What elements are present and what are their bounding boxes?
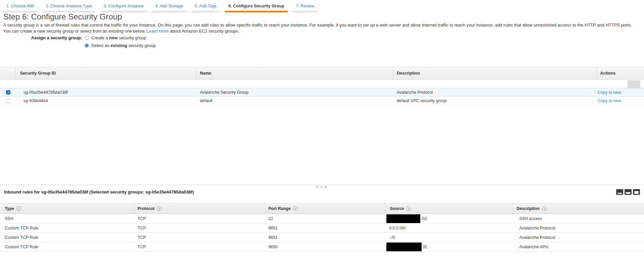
page-description: A security group is a set of firewall ru… — [3, 22, 639, 34]
info-icon[interactable] — [16, 206, 21, 211]
rule-port-range: 9650 — [268, 242, 278, 251]
security-group-name: default — [200, 97, 213, 105]
security-group-row-selected[interactable]: sg-05e35e44785da038f Avalanche Security … — [0, 88, 644, 96]
tab-add-storage[interactable]: 4. Add Storage — [152, 2, 187, 12]
column-separator — [596, 67, 597, 79]
column-header-description: Description — [517, 204, 547, 214]
rule-source: 32 — [386, 242, 427, 251]
inbound-rule-row: SSH TCP 22 /32 SSH access — [0, 214, 644, 223]
page-title: Step 6: Configure Security Group — [3, 12, 122, 22]
security-group-row[interactable]: sg-92bb44e4 default default VPC security… — [0, 97, 644, 105]
rule-source: /32 — [386, 214, 427, 223]
security-group-id: sg-92bb44e4 — [23, 97, 48, 105]
column-separator — [513, 204, 513, 214]
tab-configure-security-group[interactable]: 6. Configure Security Group — [225, 2, 288, 12]
rule-port-range: 22 — [268, 214, 273, 223]
source-suffix: 32 — [423, 245, 427, 249]
redacted-source — [386, 243, 422, 251]
radio-option-create-new-group[interactable]: Create a new security group — [85, 35, 146, 40]
rule-port-range: 9651 — [268, 223, 278, 232]
column-separator — [385, 204, 385, 214]
tab-configure-instance[interactable]: 3. Configure Instance — [100, 2, 147, 12]
tab-review[interactable]: 7. Review — [292, 2, 318, 12]
label-part-bold: existing — [111, 43, 127, 48]
source-suffix: /32 — [421, 216, 427, 221]
rule-source: 0.0.0.0/0 — [389, 223, 406, 232]
inbound-rule-row: Custom TCP Rule TCP 9650 32 Avalanche AP… — [0, 242, 644, 252]
pane-layout-medium-icon[interactable] — [625, 189, 632, 195]
radio-option-select-existing-group[interactable]: Select an existing security group — [85, 43, 156, 48]
redacted-source — [386, 214, 420, 223]
inbound-rule-row: Custom TCP Rule TCP 9651 0.0.0.0/0 Avala… — [0, 223, 644, 233]
radio-unselected-icon[interactable] — [85, 36, 89, 40]
drag-dot-icon — [321, 186, 322, 188]
column-separator — [265, 204, 265, 214]
rule-type: Custom TCP Rule — [5, 242, 38, 251]
radio-selected-icon[interactable] — [85, 43, 89, 48]
rule-description: Avalanche Protocol — [519, 233, 555, 242]
label-part-bold: new — [109, 35, 117, 40]
radio-option-label: Create a new security group — [91, 35, 146, 40]
info-icon[interactable] — [406, 206, 411, 211]
copy-to-new-link[interactable]: Copy to new — [598, 90, 621, 95]
copy-to-new-link[interactable]: Copy to new — [598, 98, 621, 103]
inbound-rule-row: Custom TCP Rule TCP 9651 ::/0 Avalanche … — [0, 233, 644, 242]
rule-protocol: TCP — [138, 233, 146, 242]
rule-protocol: TCP — [138, 242, 146, 251]
learn-more-link[interactable]: Learn more — [147, 29, 169, 34]
security-groups-table-header: Security Group ID Name Description Actio… — [0, 67, 644, 80]
rule-description: SSH access — [519, 214, 542, 223]
tab-choose-ami[interactable]: 1. Choose AMI — [3, 2, 38, 12]
label-part: security group — [118, 35, 146, 40]
column-header-actions: Actions — [600, 67, 615, 79]
ec2-launch-wizard-step6: 1. Choose AMI 2. Choose Instance Type 3.… — [0, 0, 644, 258]
wizard-steps-tabbar: 1. Choose AMI 2. Choose Instance Type 3.… — [3, 2, 322, 12]
column-header-source: Source — [390, 204, 411, 214]
security-group-id: sg-05e35e44785da038f — [23, 88, 68, 96]
row-checkbox-checked-icon[interactable] — [6, 90, 10, 94]
info-icon[interactable] — [542, 206, 547, 211]
column-separator — [15, 67, 15, 79]
rule-protocol: TCP — [138, 223, 146, 232]
rule-description: Avalanche Protocol — [519, 223, 555, 232]
info-icon[interactable] — [157, 206, 162, 211]
column-separator — [393, 67, 393, 79]
column-header-type: Type — [5, 204, 21, 214]
column-separator — [196, 67, 197, 79]
drag-dot-icon — [317, 186, 318, 188]
column-header-security-group-id: Security Group ID — [20, 67, 56, 79]
column-header-label: Port Range — [268, 206, 291, 211]
description-tail: about Amazon EC2 security groups. — [170, 29, 239, 34]
pane-layout-controls — [616, 189, 640, 195]
inbound-rules-table-header: Type Protocol Port Range Source Descript… — [0, 203, 644, 214]
drag-dot-icon — [325, 186, 326, 188]
rule-description: Avalanche APIs — [519, 242, 548, 251]
pane-divider — [0, 185, 644, 185]
pane-layout-large-icon[interactable] — [633, 189, 640, 195]
info-icon[interactable] — [293, 206, 298, 211]
column-header-description: Description — [397, 67, 420, 79]
rule-port-range: 9651 — [268, 233, 278, 242]
security-group-name: Avalanche Security Group — [200, 88, 249, 96]
radio-option-label: Select an existing security group — [91, 43, 156, 48]
rule-type: Custom TCP Rule — [5, 223, 38, 232]
column-header-label: Source — [390, 206, 404, 211]
pane-resize-handle[interactable] — [317, 186, 326, 188]
column-header-label: Type — [5, 206, 14, 211]
column-separator — [134, 204, 135, 214]
tab-choose-instance-type[interactable]: 2. Choose Instance Type — [42, 2, 96, 12]
rule-source: ::/0 — [389, 233, 395, 242]
pane-layout-small-icon[interactable] — [616, 189, 623, 195]
tab-add-tags[interactable]: 5. Add Tags — [191, 2, 220, 12]
label-part: Select an — [91, 43, 111, 48]
row-checkbox-unchecked-icon[interactable] — [6, 99, 10, 103]
label-part: security group — [127, 43, 156, 48]
assign-security-group-label: Assign a security group: — [0, 35, 82, 40]
column-header-label: Protocol — [138, 206, 155, 211]
rule-protocol: TCP — [138, 214, 146, 223]
description-text: A security group is a set of firewall ru… — [3, 23, 632, 34]
column-header-protocol: Protocol — [138, 204, 162, 214]
inbound-rules-title: Inbound rules for sg-05e35e44785da038f (… — [4, 189, 194, 195]
security-group-description: Avalanche Protocol — [397, 88, 433, 96]
column-header-name: Name — [200, 67, 211, 79]
